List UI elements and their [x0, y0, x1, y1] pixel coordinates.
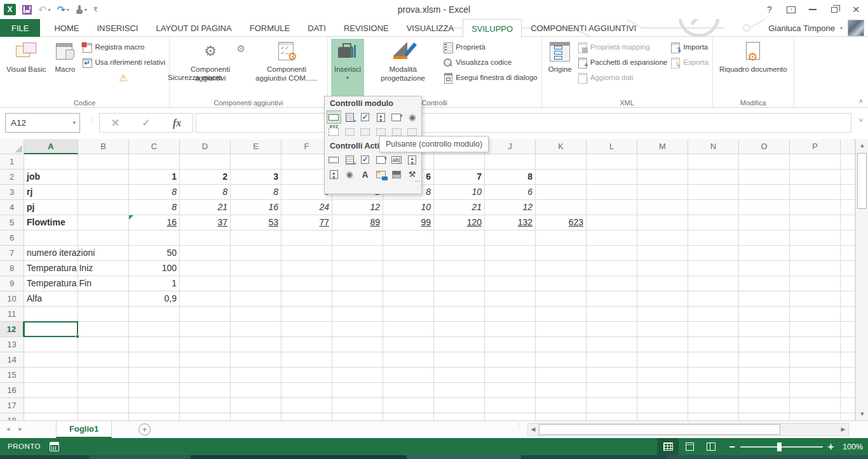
zoom-in-button[interactable]: + [828, 441, 834, 453]
help-button[interactable]: ? [760, 2, 779, 17]
cell-J4[interactable]: 12 [485, 200, 535, 215]
cell-K5[interactable]: 623 [536, 215, 586, 230]
zoom-out-button[interactable]: − [729, 441, 735, 453]
row-header-7[interactable]: 7 [0, 246, 24, 261]
tab-home[interactable]: HOME [45, 19, 88, 37]
cell-A7[interactable]: numero iterazioni [24, 246, 97, 261]
ribbon-button-riquadro-documento[interactable]: Riquadro documento [716, 39, 790, 97]
page-break-view-button[interactable] [700, 438, 722, 455]
zoom-level[interactable]: 100% [839, 442, 863, 451]
cell-D3[interactable]: 8 [180, 185, 230, 200]
active-cell-selection[interactable] [24, 321, 78, 337]
ribbon-button-sicurezza-macro[interactable]: ⚠Sicurezza macro [81, 71, 165, 84]
column-header-P[interactable]: P [790, 139, 841, 154]
sheet-nav-arrows[interactable]: ◂▸ [6, 425, 31, 433]
cell-D5[interactable]: 37 [180, 215, 230, 230]
ribbon-button-macro[interactable]: Macro [50, 39, 79, 97]
horizontal-scrollbar[interactable]: ◀ ▶ [527, 423, 849, 436]
row-header-16[interactable]: 16 [0, 383, 24, 398]
row-header-8[interactable]: 8 [0, 261, 24, 276]
cell-I4[interactable]: 21 [434, 200, 484, 215]
zoom-slider-thumb[interactable] [777, 442, 782, 451]
horizontal-scroll-thumb[interactable] [539, 424, 780, 435]
tab-sviluppo[interactable]: SVILUPPO [463, 19, 522, 37]
collapse-ribbon-icon[interactable]: ˄ [859, 97, 863, 105]
ax-label-icon[interactable]: A [358, 168, 372, 181]
cell-H5[interactable]: 99 [383, 215, 433, 230]
form-hidden-2-icon[interactable] [358, 125, 372, 138]
ax-checkbox-icon[interactable]: ✓ [358, 153, 372, 166]
cell-E4[interactable]: 16 [231, 200, 281, 215]
cell-J2[interactable]: 8 [485, 170, 535, 185]
redo-button[interactable]: ↷▾ [57, 4, 69, 16]
macro-record-icon[interactable] [50, 442, 59, 451]
row-header-12[interactable]: 12 [0, 322, 24, 337]
sheet-tab-foglio1[interactable]: Foglio1 [56, 421, 112, 438]
cell-I2[interactable]: 7 [434, 170, 484, 185]
tab-formule[interactable]: FORMULE [241, 19, 299, 37]
ax-spin-icon[interactable]: ▲▼ [405, 153, 419, 166]
ribbon-button-importa[interactable]: ↴Importa [670, 41, 709, 53]
form-combo-icon[interactable] [390, 110, 404, 124]
name-box[interactable]: A12▾ [5, 113, 80, 133]
row-header-10[interactable]: 10 [0, 291, 24, 307]
zoom-slider[interactable] [740, 446, 823, 448]
formula-bar-splitter[interactable]: ⋮ [89, 116, 95, 121]
row-header-9[interactable]: 9 [0, 276, 24, 291]
cell-H4[interactable]: 10 [383, 200, 433, 215]
ribbon-button-visual-basic[interactable]: Visual Basic [3, 39, 49, 97]
scroll-down-icon[interactable]: ▼ [856, 408, 868, 420]
cell-I5[interactable]: 120 [434, 215, 484, 230]
column-header-B[interactable]: B [78, 139, 129, 154]
cell-A9[interactable]: Temperatura Fin [24, 276, 94, 291]
cell-D4[interactable]: 21 [180, 200, 230, 215]
ribbon-button-componenti-aggiuntivi-com-[interactable]: ✓✓✓—Componenti aggiuntivi COM...... [249, 39, 324, 97]
form-list-icon[interactable] [342, 110, 357, 124]
cell-A5[interactable]: Flowtime [24, 215, 68, 230]
undo-button[interactable]: ↶▾ [38, 4, 50, 16]
row-header-13[interactable]: 13 [0, 337, 24, 352]
cell-J3[interactable]: 6 [485, 185, 535, 200]
page-layout-view-button[interactable] [679, 438, 700, 455]
column-header-E[interactable]: E [231, 139, 281, 154]
enter-button[interactable]: ✓ [142, 117, 150, 129]
ribbon-display-options-button[interactable]: ↑ [782, 2, 801, 17]
fill-handle[interactable] [76, 335, 79, 338]
ribbon-button-inserisci[interactable]: Inserisci▾ [331, 39, 364, 97]
column-header-A[interactable]: A [24, 139, 78, 154]
column-header-L[interactable]: L [587, 139, 637, 154]
ribbon-button-pacchetti-di-espansione[interactable]: +Pacchetti di espansione [577, 56, 667, 69]
ax-combo-icon[interactable] [374, 153, 388, 166]
ribbon-button-usa-riferimenti-relativi[interactable]: Usa riferimenti relativi [81, 56, 165, 69]
tab-dati[interactable]: DATI [299, 19, 335, 37]
ax-option-icon[interactable]: ◉ [342, 168, 357, 181]
cell-G4[interactable]: 12 [332, 200, 383, 215]
scroll-right-icon[interactable]: ▶ [838, 423, 848, 436]
excel-app-icon[interactable]: X [4, 4, 16, 15]
cell-C2[interactable]: 1 [129, 170, 179, 185]
tab-visualizza[interactable]: VISUALIZZA [398, 19, 463, 37]
normal-view-button[interactable] [657, 438, 679, 455]
tab-revisione[interactable]: REVISIONE [335, 19, 398, 37]
error-indicator-C5[interactable] [129, 215, 133, 220]
ribbon-button-visualizza-codice[interactable]: Visualizza codice [442, 56, 538, 69]
row-header-2[interactable]: 2 [0, 170, 24, 185]
form-hidden-1-icon[interactable] [342, 125, 357, 138]
ax-image-icon[interactable] [374, 168, 388, 181]
ax-spinner-icon[interactable]: ▲▼ [327, 168, 341, 181]
row-header-4[interactable]: 4 [0, 200, 24, 215]
cell-C5[interactable]: 16 [129, 215, 179, 230]
cell-A2[interactable]: job [24, 170, 43, 185]
new-sheet-button[interactable]: + [139, 423, 151, 436]
minimize-button[interactable] [803, 2, 822, 17]
column-header-N[interactable]: N [688, 139, 739, 154]
account-area[interactable]: Gianluca Timpone ▾ [768, 19, 864, 37]
cell-D2[interactable]: 2 [180, 170, 230, 185]
ax-textbox-icon[interactable]: ab| [390, 153, 404, 166]
cell-C4[interactable]: 8 [129, 200, 179, 215]
ribbon-button-registra-macro[interactable]: Registra macro [81, 41, 165, 53]
row-header-18[interactable]: 18 [0, 413, 24, 420]
form-spin-icon[interactable]: ▲▼ [374, 110, 388, 124]
name-box-dropdown-icon[interactable]: ▾ [72, 114, 76, 132]
ribbon-button-propriet-mapping[interactable]: ▦Proprietà mapping [577, 41, 667, 53]
